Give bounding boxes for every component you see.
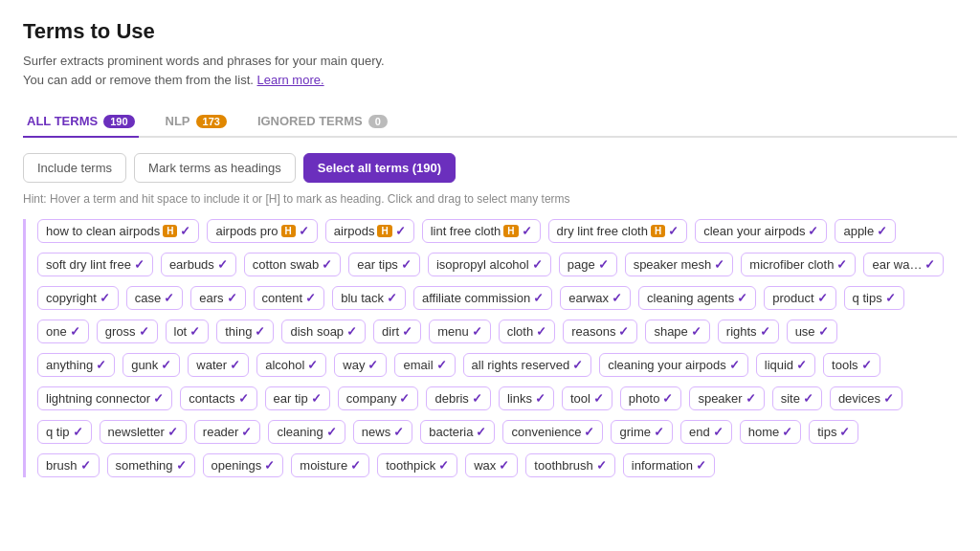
term-chip[interactable]: email✓ [394, 353, 455, 377]
term-chip[interactable]: alcohol✓ [256, 353, 326, 377]
check-icon: ✓ [803, 391, 813, 406]
term-chip[interactable]: dish soap✓ [281, 320, 366, 343]
check-icon: ✓ [167, 425, 178, 439]
term-chip[interactable]: gross✓ [97, 320, 158, 343]
include-terms-button[interactable]: Include terms [23, 153, 126, 183]
term-chip[interactable]: wax✓ [465, 453, 518, 477]
term-chip[interactable]: news✓ [353, 420, 412, 444]
term-chip[interactable]: cleaning✓ [268, 420, 345, 444]
term-chip[interactable]: dry lint free clothH✓ [548, 219, 688, 243]
check-icon: ✓ [134, 257, 145, 272]
term-chip[interactable]: speaker✓ [689, 386, 764, 410]
term-chip[interactable]: cloth✓ [499, 320, 555, 343]
term-chip[interactable]: copyright✓ [37, 286, 119, 310]
term-chip[interactable]: earbuds✓ [161, 253, 236, 276]
check-icon: ✓ [368, 358, 378, 372]
term-chip[interactable]: water✓ [188, 353, 249, 377]
term-chip[interactable]: convenience✓ [502, 420, 603, 444]
term-chip[interactable]: product✓ [764, 286, 835, 310]
term-label: reasons [571, 324, 615, 339]
select-all-button[interactable]: Select all terms (190) [303, 153, 456, 183]
term-chip[interactable]: q tip✓ [37, 420, 92, 444]
term-chip[interactable]: microfiber cloth✓ [741, 253, 856, 276]
term-chip[interactable]: content✓ [254, 286, 325, 310]
term-chip[interactable]: newsletter✓ [100, 420, 187, 444]
term-chip[interactable]: clean your airpods✓ [695, 219, 827, 243]
term-chip[interactable]: devices✓ [830, 386, 902, 410]
term-chip[interactable]: dirt✓ [373, 320, 421, 343]
term-chip[interactable]: ear wa…✓ [863, 253, 944, 276]
term-chip[interactable]: end✓ [680, 420, 732, 444]
term-chip[interactable]: menu✓ [429, 320, 491, 343]
term-chip[interactable]: gunk✓ [122, 353, 180, 377]
check-icon: ✓ [393, 425, 404, 439]
term-chip[interactable]: liquid✓ [756, 353, 815, 377]
terms-row-7: brush✓something✓openings✓moisture✓toothp… [37, 453, 957, 477]
term-chip[interactable]: ears✓ [190, 286, 245, 310]
term-chip[interactable]: airpodsH✓ [325, 219, 414, 243]
term-chip[interactable]: airpods proH✓ [207, 219, 317, 243]
term-chip[interactable]: one✓ [37, 320, 89, 343]
term-label: information [632, 458, 693, 473]
mark-headings-button[interactable]: Mark terms as headings [134, 153, 296, 183]
term-chip[interactable]: blu tack✓ [332, 286, 406, 310]
term-chip[interactable]: tool✓ [562, 386, 612, 410]
term-chip[interactable]: lint free clothH✓ [422, 219, 541, 243]
term-chip[interactable]: toothpick✓ [377, 453, 457, 477]
term-chip[interactable]: isopropyl alcohol✓ [428, 253, 551, 276]
term-chip[interactable]: cleaning your airpods✓ [599, 353, 748, 377]
term-label: use [795, 324, 815, 339]
term-chip[interactable]: reasons✓ [563, 320, 637, 343]
term-chip[interactable]: links✓ [499, 386, 554, 410]
term-chip[interactable]: page✓ [559, 253, 617, 276]
term-chip[interactable]: way✓ [334, 353, 387, 377]
term-chip[interactable]: anything✓ [37, 353, 115, 377]
term-chip[interactable]: something✓ [107, 453, 195, 477]
term-chip[interactable]: rights✓ [718, 320, 779, 343]
term-chip[interactable]: soft dry lint free✓ [37, 253, 153, 276]
term-chip[interactable]: cotton swab✓ [244, 253, 341, 276]
learn-more-link[interactable]: Learn more. [257, 73, 324, 87]
term-chip[interactable]: debris✓ [426, 386, 490, 410]
check-icon: ✓ [264, 458, 275, 473]
term-chip[interactable]: q tips✓ [844, 286, 904, 310]
term-chip[interactable]: moisture✓ [291, 453, 369, 477]
term-chip[interactable]: affiliate commission✓ [413, 286, 552, 310]
term-chip[interactable]: apple✓ [835, 219, 896, 243]
term-chip[interactable]: site✓ [772, 386, 822, 410]
term-chip[interactable]: case✓ [126, 286, 183, 310]
term-chip[interactable]: tips✓ [809, 420, 858, 444]
term-chip[interactable]: brush✓ [37, 453, 100, 477]
tab-nlp[interactable]: NLP 173 [162, 106, 231, 138]
tab-ignored-terms[interactable]: IGNORED TERMS 0 [254, 106, 391, 138]
term-chip[interactable]: lot✓ [166, 320, 210, 343]
term-chip[interactable]: photo✓ [620, 386, 682, 410]
term-chip[interactable]: openings✓ [203, 453, 284, 477]
check-icon: ✓ [836, 257, 847, 272]
term-chip[interactable]: information✓ [623, 453, 715, 477]
term-chip[interactable]: how to clean airpodsH✓ [37, 219, 199, 243]
check-icon: ✓ [100, 291, 110, 305]
term-chip[interactable]: speaker mesh✓ [625, 253, 734, 276]
term-chip[interactable]: toothbrush✓ [525, 453, 614, 477]
term-chip[interactable]: thing✓ [216, 320, 274, 343]
term-chip[interactable]: all rights reserved✓ [463, 353, 592, 377]
term-chip[interactable]: cleaning agents✓ [638, 286, 756, 310]
term-chip[interactable]: grime✓ [611, 420, 673, 444]
term-chip[interactable]: shape✓ [645, 320, 709, 343]
tabs-bar: ALL TERMS 190 NLP 173 IGNORED TERMS 0 [23, 106, 957, 138]
term-chip[interactable]: earwax✓ [560, 286, 631, 310]
term-chip[interactable]: lightning connector✓ [37, 386, 172, 410]
term-chip[interactable]: ear tip✓ [265, 386, 330, 410]
term-chip[interactable]: use✓ [787, 320, 837, 343]
term-chip[interactable]: bacteria✓ [420, 420, 495, 444]
tab-all-terms[interactable]: ALL TERMS 190 [23, 106, 139, 138]
term-chip[interactable]: company✓ [338, 386, 419, 410]
term-chip[interactable]: reader✓ [194, 420, 261, 444]
term-chip[interactable]: ear tips✓ [348, 253, 420, 276]
term-chip[interactable]: tools✓ [823, 353, 880, 377]
term-label: thing [225, 324, 252, 339]
term-chip[interactable]: contacts✓ [180, 386, 256, 410]
term-chip[interactable]: home✓ [740, 420, 802, 444]
check-icon: ✓ [668, 224, 679, 238]
